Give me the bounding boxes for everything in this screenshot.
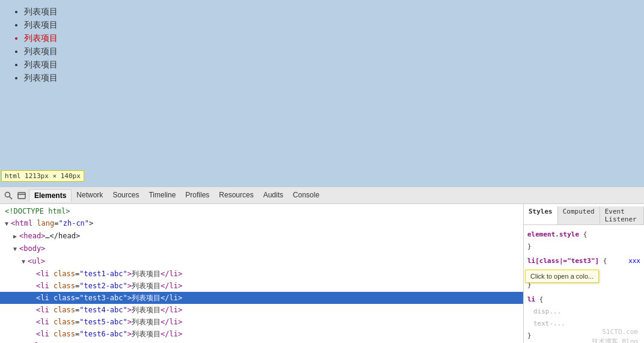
styles-panel: StylesComputedEvent Listener element.sty… — [524, 204, 644, 343]
style-rule: li { — [524, 294, 644, 306]
html-line[interactable]: <li class="test4-abc">列表项目</li> — [0, 304, 523, 316]
devtools-main: <!DOCTYPE html>▼ <html lang="zh-cn">▶ <h… — [0, 204, 644, 343]
devtools-panel: ElementsNetworkSourcesTimelineProfilesRe… — [0, 187, 644, 343]
html-line[interactable]: <!DOCTYPE html> — [0, 205, 523, 217]
styles-rules: element.style {}li[class|="test3"] {xxxc… — [524, 225, 644, 343]
svg-line-1 — [10, 196, 13, 199]
style-rule: } — [524, 279, 644, 291]
watermark-line2: 技术博客 Blog — [592, 337, 638, 343]
html-line[interactable]: <li class="test5-abc">列表项目</li> — [0, 316, 523, 328]
style-rule[interactable]: color: #f00; — [524, 267, 644, 279]
html-line[interactable]: <li class="test1-abc">列表项目</li> — [0, 268, 523, 280]
html-line[interactable]: ▼ <html lang="zh-cn"> — [0, 217, 523, 230]
devtools-tab-sources[interactable]: Sources — [108, 189, 144, 202]
devtools-tab-console[interactable]: Console — [288, 189, 324, 202]
html-line[interactable]: ▶ <head>…</head> — [0, 230, 523, 243]
html-line[interactable]: ▼ <ul> — [0, 255, 523, 268]
svg-rect-2 — [18, 193, 25, 199]
watermark-line1: 51CTO.com — [592, 327, 638, 337]
html-line[interactable]: <li class="test6-abc">列表项目</li> — [0, 328, 523, 340]
preview-area: 列表项目列表项目列表项目列表项目列表项目列表项目 html 1213px × 1… — [0, 0, 644, 187]
style-rule: li[class|="test3"] {xxx — [524, 255, 644, 267]
devtools-tab-timeline[interactable]: Timeline — [144, 189, 180, 202]
devtools-toolbar: ElementsNetworkSourcesTimelineProfilesRe… — [0, 187, 644, 204]
preview-list: 列表项目列表项目列表项目列表项目列表项目列表项目 — [12, 5, 632, 84]
styles-tab-event-listener[interactable]: Event Listener — [600, 206, 644, 224]
html-line[interactable]: ▼ <body> — [0, 243, 523, 255]
devtools-tab-audits[interactable]: Audits — [259, 189, 288, 202]
devtools-tab-resources[interactable]: Resources — [214, 189, 258, 202]
node-icon[interactable] — [16, 190, 28, 202]
search-icon[interactable] — [2, 190, 14, 202]
html-line[interactable]: <li class="test2-abc">列表项目</li> — [0, 280, 523, 292]
style-rule: disp... — [524, 306, 644, 318]
watermark: 51CTO.com 技术博客 Blog — [592, 327, 638, 343]
dimension-tooltip: html 1213px × 140px — [1, 170, 84, 182]
svg-point-0 — [5, 192, 10, 197]
style-rule: } — [524, 241, 644, 253]
html-line[interactable]: <li class="test3-abc">列表项目</li> — [0, 292, 523, 304]
html-panel[interactable]: <!DOCTYPE html>▼ <html lang="zh-cn">▶ <h… — [0, 204, 524, 343]
devtools-tab-network[interactable]: Network — [72, 189, 108, 202]
style-rule: element.style { — [524, 229, 644, 241]
devtools-tab-elements[interactable]: Elements — [29, 189, 72, 202]
devtools-tab-profiles[interactable]: Profiles — [180, 189, 214, 202]
styles-tab-computed[interactable]: Computed — [558, 206, 600, 224]
html-line[interactable]: </ul> — [0, 340, 523, 343]
devtools-tabs: ElementsNetworkSourcesTimelineProfilesRe… — [29, 189, 324, 202]
styles-tabs: StylesComputedEvent Listener — [524, 206, 644, 225]
styles-tab-styles[interactable]: Styles — [524, 206, 558, 224]
